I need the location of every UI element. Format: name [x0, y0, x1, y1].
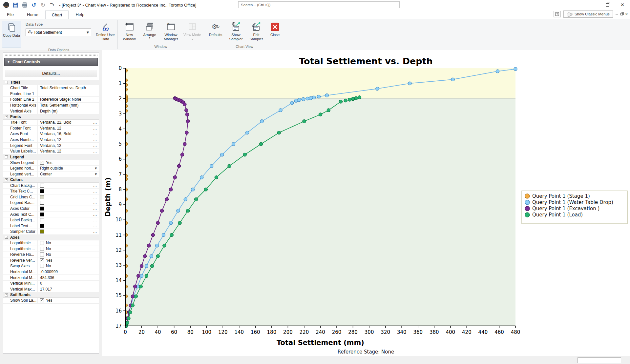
print-icon[interactable]	[21, 1, 28, 9]
property-row[interactable]: Footer, Line 2Reference Stage: None	[3, 97, 99, 103]
tab-home[interactable]: Home	[21, 10, 45, 19]
section-header[interactable]: −Titles	[3, 80, 99, 85]
doc-close-icon[interactable]: ✕	[625, 12, 628, 16]
undo-icon[interactable]: ↺	[30, 1, 37, 9]
property-row[interactable]: Label Text ...…	[3, 223, 99, 229]
collapse-box-icon[interactable]: −	[5, 81, 8, 84]
property-row[interactable]: Axes Numb...Verdana, 12…	[3, 137, 99, 143]
property-value[interactable]: Total Settlement vs. Depth	[37, 85, 99, 91]
property-value[interactable]	[37, 189, 92, 194]
tab-file[interactable]: File	[1, 10, 20, 19]
panel-drag-handle[interactable]	[5, 53, 97, 56]
checkbox[interactable]	[40, 253, 44, 256]
property-value[interactable]: Verdana, 16, Bold	[37, 131, 92, 137]
checkbox[interactable]: ✓	[40, 258, 44, 262]
property-value[interactable]: Depth (m)	[37, 108, 99, 114]
copy-data-button[interactable]: Copy Data	[2, 21, 21, 48]
qat-customize-icon[interactable]: ▔▾	[49, 1, 56, 9]
property-row[interactable]: Vertical AxisDepth (m)	[3, 108, 99, 114]
property-value[interactable]: Right outside	[37, 166, 93, 171]
collapse-box-icon[interactable]: −	[5, 155, 8, 158]
color-swatch[interactable]	[40, 189, 44, 193]
minimize-button[interactable]	[585, 0, 600, 10]
property-value[interactable]: 484.336	[37, 275, 99, 280]
property-row[interactable]: Sampler Color…	[3, 229, 99, 235]
property-row[interactable]: Logarithmic ...No	[3, 246, 99, 252]
checkbox[interactable]: ✓	[40, 298, 44, 302]
section-header[interactable]: −Soil Bands	[3, 292, 99, 298]
ellipsis-button[interactable]: …	[92, 143, 99, 148]
property-value[interactable]: Verdana, 12	[37, 149, 92, 154]
color-swatch[interactable]	[40, 207, 44, 211]
property-row[interactable]: Legend vert...Center▼	[3, 172, 99, 177]
collapse-box-icon[interactable]: −	[5, 293, 8, 296]
ellipsis-button[interactable]: …	[92, 120, 99, 125]
property-value[interactable]: Verdana, 12	[37, 137, 92, 143]
checkbox[interactable]: ✓	[40, 161, 44, 165]
property-value[interactable]: No	[37, 252, 99, 257]
settlement-chart[interactable]: 0204060801001201401601802002202402602803…	[102, 50, 630, 356]
section-header[interactable]: −Legend	[3, 154, 99, 160]
ellipsis-button[interactable]: …	[92, 200, 99, 205]
property-row[interactable]: Grid Lines C...…	[3, 194, 99, 200]
chevron-down-icon[interactable]: ▼	[85, 29, 91, 36]
property-row[interactable]: Horizontal M...484.336	[3, 275, 99, 281]
property-row[interactable]: Value Labels...Verdana, 12…	[3, 149, 99, 154]
property-value[interactable]: Verdana, 12	[37, 143, 92, 148]
property-value[interactable]	[37, 183, 92, 188]
doc-minimize-icon[interactable]	[616, 14, 618, 14]
section-header[interactable]: −Colors	[3, 177, 99, 183]
property-row[interactable]: Logarithmic ...No	[3, 240, 99, 246]
ellipsis-button[interactable]: …	[92, 224, 99, 228]
property-row[interactable]: Legend Bac...…	[3, 200, 99, 206]
ellipsis-button[interactable]: …	[92, 212, 99, 217]
property-value[interactable]: 0	[37, 281, 99, 286]
ellipsis-button[interactable]: …	[92, 206, 99, 211]
property-row[interactable]: Label Backg...…	[3, 217, 99, 223]
sidebar-defaults-button[interactable]: Defaults...	[5, 70, 97, 77]
chart-canvas[interactable]: 0204060801001201401601802002202402602803…	[102, 50, 630, 356]
pin-ribbon-icon[interactable]	[554, 11, 561, 17]
color-swatch[interactable]	[40, 224, 44, 228]
property-row[interactable]: Chart Backg...…	[3, 183, 99, 189]
ellipsis-button[interactable]: …	[92, 229, 99, 234]
tab-help[interactable]: Help	[69, 10, 91, 19]
property-row[interactable]: Title Text C...…	[3, 189, 99, 194]
edit-sampler-button[interactable]: Edit Sampler	[247, 20, 266, 41]
property-value[interactable]	[37, 217, 92, 223]
section-header[interactable]: −Fonts	[3, 114, 99, 120]
property-value[interactable]: Verdana, 22, Bold	[37, 120, 92, 125]
define-user-data-button[interactable]: (x) Define User Data	[95, 20, 116, 41]
color-swatch[interactable]	[40, 212, 44, 216]
property-value[interactable]	[37, 200, 92, 206]
ellipsis-button[interactable]: …	[92, 189, 99, 193]
property-row[interactable]: Footer FontVerdana, 12…	[3, 126, 99, 131]
doc-restore-icon[interactable]	[620, 13, 623, 15]
close-window-button[interactable]: ✕	[615, 0, 630, 10]
defaults-button[interactable]: ⚙↻ Defaults	[206, 20, 225, 37]
tab-chart[interactable]: Chart	[45, 10, 69, 19]
ellipsis-button[interactable]: …	[92, 131, 99, 136]
app-logo-icon[interactable]	[3, 1, 10, 9]
property-row[interactable]: Reverse Ver...✓Yes	[3, 257, 99, 263]
save-icon[interactable]	[12, 1, 19, 9]
property-row[interactable]: Horizontal M...-0.000999	[3, 269, 99, 275]
data-type-combobox[interactable]: δT Total Settlement ▼	[26, 29, 91, 36]
ellipsis-button[interactable]: …	[92, 183, 99, 188]
property-row[interactable]: Legend hori...Right outside▼	[3, 166, 99, 172]
color-swatch[interactable]	[40, 218, 44, 222]
property-value[interactable]	[37, 229, 92, 234]
new-window-button[interactable]: New Window	[120, 20, 139, 41]
color-swatch[interactable]	[40, 230, 44, 233]
property-row[interactable]: Reverse Ho...No	[3, 252, 99, 258]
redo-icon[interactable]: ↻	[39, 1, 47, 9]
show-sampler-button[interactable]: Show Sampler	[226, 20, 245, 41]
property-value[interactable]	[37, 223, 92, 229]
property-value[interactable]: No	[37, 246, 99, 252]
show-classic-menus-toggle[interactable]: Show Classic Menus	[563, 10, 613, 18]
property-row[interactable]: Swap AxesNo	[3, 263, 99, 269]
property-value[interactable]	[37, 91, 99, 97]
property-row[interactable]: Show Soil La...✓Yes	[3, 298, 99, 304]
property-value[interactable]	[37, 206, 92, 212]
property-value[interactable]	[37, 194, 92, 200]
